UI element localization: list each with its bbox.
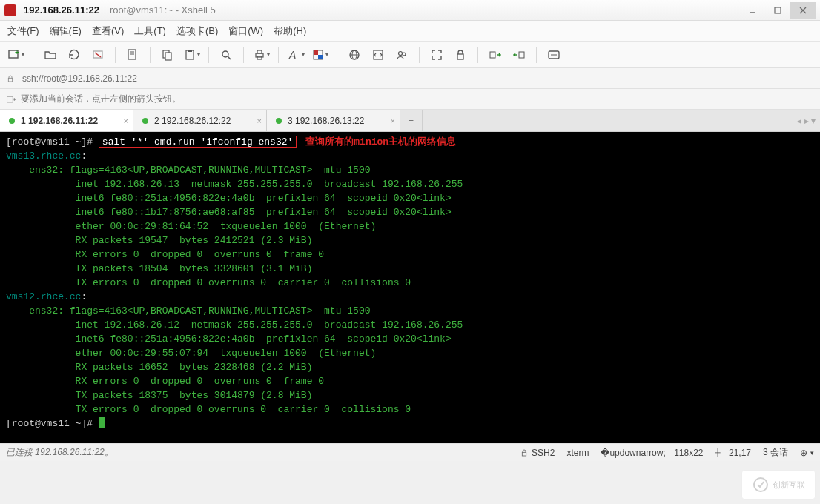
menu-help[interactable]: 帮助(H) xyxy=(274,24,306,38)
search-button[interactable] xyxy=(216,45,236,64)
watermark-logo: 创新互联 xyxy=(741,470,816,500)
close-tab-icon[interactable]: × xyxy=(124,116,128,125)
reconnect-button[interactable] xyxy=(65,45,84,64)
prompt: [root@vms11 ~]# xyxy=(6,418,93,429)
output-line: ether 00:0c:29:55:07:94 txqueuelen 1000 … xyxy=(6,348,376,359)
color-button[interactable]: ▾ xyxy=(310,45,329,64)
output-line: RX errors 0 dropped 0 overruns 0 frame 0 xyxy=(6,249,324,260)
menu-tools[interactable]: 工具(T) xyxy=(134,24,166,38)
svg-line-7 xyxy=(95,53,101,57)
app-icon xyxy=(4,4,16,16)
hint-bar: 要添加当前会话，点击左侧的箭头按钮。 xyxy=(0,89,820,110)
paste-button[interactable]: ▾ xyxy=(182,45,201,64)
terminal[interactable]: [root@vms11 ~]# salt '*' cmd.run 'ifconf… xyxy=(0,132,820,443)
svg-rect-18 xyxy=(257,50,262,53)
session-tabs: 1 192.168.26.11:22 × 2 192.168.26.12:22 … xyxy=(0,110,820,132)
hint-text: 要添加当前会话，点击左侧的箭头按钮。 xyxy=(21,93,181,105)
output-line: inet 192.168.26.13 netmask 255.255.255.0… xyxy=(6,179,463,190)
status-sessions: 3 会话 xyxy=(763,446,788,459)
output-line: inet6 fe80::251a:4956:822e:4a0b prefixle… xyxy=(6,193,452,204)
svg-rect-19 xyxy=(257,56,262,59)
status-bar: 已连接 192.168.26.11:22。 SSH2 xterm �updown… xyxy=(0,443,820,461)
output-line: ens32: flags=4163<UP,BROADCAST,RUNNING,M… xyxy=(6,165,370,176)
globe-button[interactable] xyxy=(345,45,364,64)
add-session-arrow-icon[interactable] xyxy=(6,94,16,105)
compose-button[interactable] xyxy=(544,45,563,64)
output-line: RX errors 0 dropped 0 overruns 0 frame 0 xyxy=(6,376,324,387)
print-button[interactable]: ▾ xyxy=(251,45,271,64)
svg-text:+: + xyxy=(15,48,19,56)
prompt: [root@vms11 ~]# xyxy=(6,136,93,147)
menu-file[interactable]: 文件(F) xyxy=(7,24,39,38)
tab-session-2[interactable]: 2 192.168.26.12:22 × xyxy=(133,110,267,131)
svg-rect-12 xyxy=(165,53,171,60)
svg-rect-32 xyxy=(519,52,524,58)
svg-rect-1 xyxy=(775,7,781,13)
lock-button[interactable] xyxy=(451,45,470,64)
transfer-right-button[interactable] xyxy=(509,45,529,64)
output-line: ens32: flags=4163<UP,BROADCAST,RUNNING,M… xyxy=(6,305,370,316)
svg-rect-14 xyxy=(188,50,192,52)
address-bar: ssh://root@192.168.26.11:22 xyxy=(0,68,820,89)
output-line: TX packets 18375 bytes 3014879 (2.8 MiB) xyxy=(6,390,312,401)
status-size: �updownarrow; 118x22 xyxy=(601,448,703,458)
tab-session-3[interactable]: 3 192.168.26.13:22 × xyxy=(267,110,400,131)
tab-session-1[interactable]: 1 192.168.26.11:22 × xyxy=(0,110,133,131)
transfer-left-button[interactable] xyxy=(486,45,505,64)
tabs-nav[interactable]: ◂ ▸ ▾ xyxy=(793,110,820,131)
status-dot-icon xyxy=(9,118,15,124)
svg-rect-31 xyxy=(490,52,495,58)
window-subtitle: root@vms11:~ - Xshell 5 xyxy=(110,4,216,16)
status-proto: SSH2 xyxy=(520,448,555,458)
close-button[interactable] xyxy=(790,2,816,19)
address-input[interactable]: ssh://root@192.168.26.11:22 xyxy=(19,72,814,85)
output-line: inet6 fe80::251a:4956:822e:4a0b prefixle… xyxy=(6,334,452,345)
output-line: ether 00:0c:29:81:64:52 txqueuelen 1000 … xyxy=(6,221,376,232)
svg-point-28 xyxy=(399,51,403,55)
title-bar: 192.168.26.11:22 root@vms11:~ - Xshell 5 xyxy=(0,0,820,21)
status-dot-icon xyxy=(142,118,148,124)
output-line: TX errors 0 dropped 0 overruns 0 carrier… xyxy=(6,277,411,288)
menu-window[interactable]: 窗口(W) xyxy=(228,24,263,38)
copy-button[interactable] xyxy=(158,45,177,64)
font-button[interactable]: A▾ xyxy=(286,45,305,64)
maximize-button[interactable] xyxy=(765,2,790,19)
disconnect-button[interactable] xyxy=(88,45,108,64)
open-folder-button[interactable] xyxy=(41,45,60,64)
svg-text:A: A xyxy=(288,49,296,61)
output-line: RX packets 19547 bytes 2412521 (2.3 MiB) xyxy=(6,235,312,246)
svg-rect-37 xyxy=(522,452,526,456)
annotation-text: 查询所有的minion主机的网络信息 xyxy=(305,136,456,147)
minimize-button[interactable] xyxy=(740,2,765,19)
menu-bar: 文件(F) 编辑(E) 查看(V) 工具(T) 选项卡(B) 窗口(W) 帮助(… xyxy=(0,21,820,42)
command-highlight: salt '*' cmd.run 'ifconfig ens32' xyxy=(99,136,297,148)
menu-view[interactable]: 查看(V) xyxy=(92,24,124,38)
properties-button[interactable] xyxy=(123,45,142,64)
connection-status: 已连接 192.168.26.11:22。 xyxy=(6,446,113,459)
host1-name: vms13.rhce.cc xyxy=(6,150,81,162)
lock-icon xyxy=(6,74,15,83)
svg-rect-35 xyxy=(8,78,12,82)
svg-line-16 xyxy=(228,56,231,59)
add-tab-button[interactable]: + xyxy=(400,110,423,131)
host2-name: vms12.rhce.cc xyxy=(6,291,81,302)
new-session-button[interactable]: +▾ xyxy=(6,45,25,64)
menu-edit[interactable]: 编辑(E) xyxy=(50,24,82,38)
status-menu[interactable]: ⊕▾ xyxy=(800,448,814,458)
script-button[interactable] xyxy=(368,45,388,64)
svg-point-29 xyxy=(403,53,406,56)
window-ip: 192.168.26.11:22 xyxy=(24,4,99,16)
svg-rect-22 xyxy=(314,50,318,55)
users-button[interactable] xyxy=(392,45,411,64)
output-line: TX errors 0 dropped 0 overruns 0 carrier… xyxy=(6,404,411,415)
fullscreen-button[interactable] xyxy=(427,45,446,64)
menu-tabs[interactable]: 选项卡(B) xyxy=(176,24,218,38)
output-line: TX packets 18504 bytes 3328601 (3.1 MiB) xyxy=(6,263,312,274)
output-line: RX packets 16652 bytes 2328468 (2.2 MiB) xyxy=(6,362,312,373)
cursor xyxy=(99,417,105,428)
svg-point-15 xyxy=(222,51,228,57)
close-tab-icon[interactable]: × xyxy=(391,116,395,125)
close-tab-icon[interactable]: × xyxy=(257,116,262,125)
status-dot-icon xyxy=(276,118,282,124)
svg-rect-23 xyxy=(318,55,323,59)
